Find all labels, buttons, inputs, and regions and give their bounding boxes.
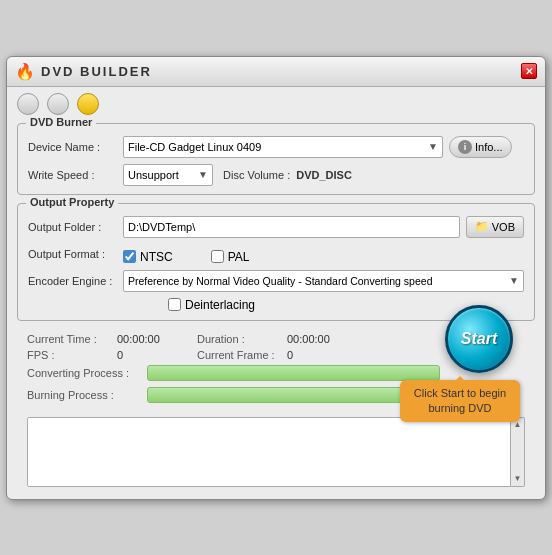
device-name-row: Device Name : File-CD Gadget Linux 0409 …: [28, 136, 524, 158]
output-folder-row: Output Folder : 📁 VOB: [28, 216, 524, 238]
output-property-label: Output Property: [26, 196, 118, 208]
current-time-label: Current Time :: [27, 333, 117, 345]
ntsc-checkbox[interactable]: [123, 250, 136, 263]
current-frame-label: Current Frame :: [197, 349, 287, 361]
close-button[interactable]: ✕: [521, 63, 537, 79]
info-btn-label: Info...: [475, 141, 503, 153]
output-format-row: Output Format : NTSC PAL: [28, 244, 524, 264]
device-name-label: Device Name :: [28, 141, 123, 153]
dvd-burner-group: DVD Burner Device Name : File-CD Gadget …: [17, 123, 535, 195]
vob-button[interactable]: 📁 VOB: [466, 216, 524, 238]
encoder-value: Preference by Normal Video Quality - Sta…: [128, 275, 432, 287]
deinterlace-checkbox[interactable]: [168, 298, 181, 311]
pal-checkbox[interactable]: [211, 250, 224, 263]
window-title: DVD BUILDER: [41, 64, 152, 79]
write-speed-row: Write Speed : Unsupport ▼ Disc Volume : …: [28, 164, 524, 186]
vob-btn-label: VOB: [492, 221, 515, 233]
burning-percent: 0 %: [148, 402, 439, 403]
output-property-group: Output Property Output Folder : 📁 VOB Ou…: [17, 203, 535, 321]
converting-progress: 0 %: [147, 365, 440, 381]
start-tooltip: Click Start to begin burning DVD: [400, 380, 520, 423]
output-format-label: Output Format :: [28, 248, 123, 260]
current-time-value: 00:00:00: [117, 333, 197, 345]
deinterlace-label: Deinterlacing: [185, 298, 255, 312]
pal-item: PAL: [211, 250, 250, 264]
log-scrollbar[interactable]: ▲ ▼: [511, 417, 525, 487]
disc-volume-value: DVD_DISC: [296, 169, 352, 181]
main-window: 🔥 DVD BUILDER ✕ DVD Burner Device Name :…: [6, 56, 546, 500]
burning-label: Burning Process :: [27, 389, 147, 401]
format-checkboxes: NTSC PAL: [123, 250, 249, 264]
start-area: Converting Process : 0 % Start Burning P…: [27, 365, 525, 403]
output-folder-input[interactable]: [123, 216, 460, 238]
write-speed-label: Write Speed :: [28, 169, 123, 181]
output-folder-label: Output Folder :: [28, 221, 123, 233]
tl-button-1[interactable]: [17, 93, 39, 115]
device-dropdown-arrow: ▼: [428, 141, 438, 152]
converting-percent: 0 %: [148, 380, 439, 381]
duration-label: Duration :: [197, 333, 287, 345]
fps-value: 0: [117, 349, 197, 361]
tl-button-2[interactable]: [47, 93, 69, 115]
burning-progress: 0 %: [147, 387, 440, 403]
disc-volume-label: Disc Volume :: [223, 169, 290, 181]
encoder-dropdown[interactable]: Preference by Normal Video Quality - Sta…: [123, 270, 524, 292]
flame-icon: 🔥: [15, 62, 35, 81]
converting-label: Converting Process :: [27, 367, 147, 379]
encoder-row: Encoder Engine : Preference by Normal Vi…: [28, 270, 524, 292]
fps-label: FPS :: [27, 349, 117, 361]
device-value: File-CD Gadget Linux 0409: [128, 141, 261, 153]
scroll-down-icon[interactable]: ▼: [514, 474, 522, 484]
stats-area: Current Time : 00:00:00 Duration : 00:00…: [17, 329, 535, 413]
start-button[interactable]: Start: [445, 305, 513, 373]
pal-label: PAL: [228, 250, 250, 264]
encoder-arrow: ▼: [509, 275, 519, 286]
write-speed-value: Unsupport: [128, 169, 179, 181]
device-dropdown[interactable]: File-CD Gadget Linux 0409 ▼: [123, 136, 443, 158]
encoder-label: Encoder Engine :: [28, 275, 123, 287]
tl-button-3[interactable]: [77, 93, 99, 115]
current-frame-value: 0: [287, 349, 367, 361]
ntsc-item: NTSC: [123, 250, 173, 264]
duration-value: 00:00:00: [287, 333, 367, 345]
write-speed-dropdown[interactable]: Unsupport ▼: [123, 164, 213, 186]
info-icon: i: [458, 140, 472, 154]
write-speed-arrow: ▼: [198, 169, 208, 180]
start-label: Start: [461, 330, 497, 348]
converting-row: Converting Process : 0 %: [27, 365, 525, 381]
log-section: ▲ ▼: [27, 417, 525, 487]
dvd-burner-label: DVD Burner: [26, 116, 96, 128]
folder-icon: 📁: [475, 220, 489, 233]
ntsc-label: NTSC: [140, 250, 173, 264]
title-bar-left: 🔥 DVD BUILDER: [15, 62, 152, 81]
traffic-lights: [17, 93, 535, 115]
log-box: [27, 417, 511, 487]
title-bar: 🔥 DVD BUILDER ✕: [7, 57, 545, 87]
info-button[interactable]: i Info...: [449, 136, 512, 158]
